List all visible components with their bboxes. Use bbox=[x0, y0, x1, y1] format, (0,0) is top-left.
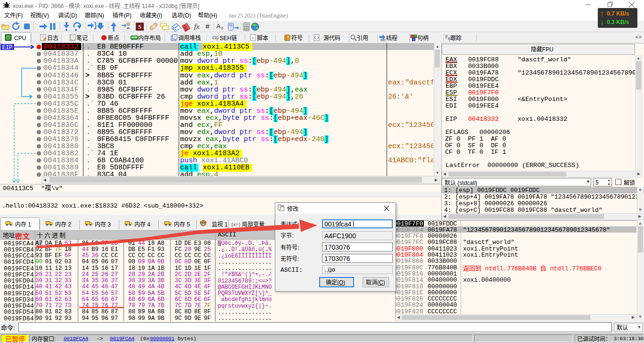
svg-text:#: # bbox=[206, 22, 210, 30]
svg-text:fx: fx bbox=[194, 23, 199, 30]
svg-text:A: A bbox=[216, 23, 221, 30]
svg-text:S: S bbox=[138, 24, 141, 30]
svg-text:EIP: EIP bbox=[2, 44, 13, 51]
svg-text:32: 32 bbox=[7, 36, 10, 39]
svg-text:s: s bbox=[252, 36, 254, 40]
svg-text:z: z bbox=[221, 25, 223, 30]
